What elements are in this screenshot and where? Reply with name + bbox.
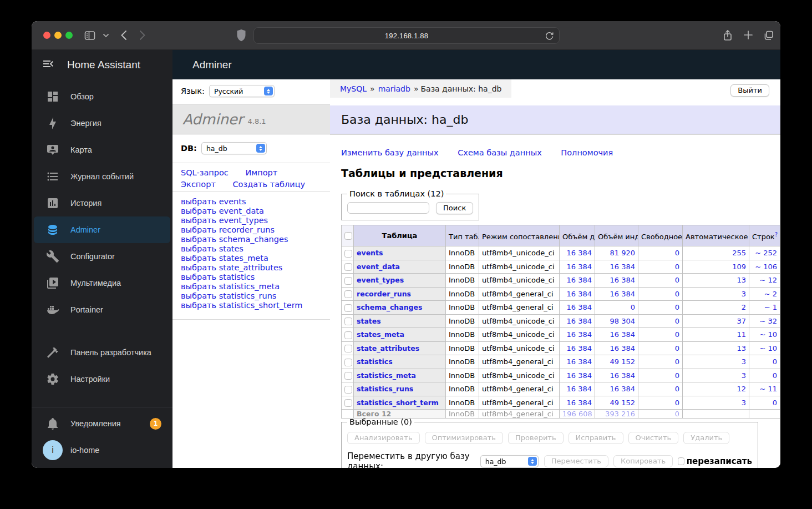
row-count-link[interactable]: ~ 10	[759, 330, 777, 339]
select-table-link[interactable]: выбрать events	[181, 197, 246, 206]
sidebar-item-user[interactable]: i io-home	[34, 437, 170, 463]
table-name-link[interactable]: event_types	[357, 276, 404, 284]
table-name-link[interactable]: recorder_runs	[357, 290, 411, 298]
data-length-link[interactable]: 16 384	[567, 330, 592, 339]
data-length-link[interactable]: 16 384	[567, 399, 592, 407]
database-schema-link[interactable]: Схема базы данных	[458, 148, 542, 157]
breadcrumb-mysql-link[interactable]: MySQL	[340, 84, 367, 93]
move-button[interactable]: Переместить	[544, 455, 608, 467]
tab-overview-icon[interactable]	[763, 29, 775, 42]
row-count-link[interactable]: 0	[773, 357, 777, 366]
import-link[interactable]: Импорт	[245, 168, 277, 177]
data-length-link[interactable]: 16 384	[567, 249, 592, 257]
truncate-button[interactable]: Очистить	[628, 432, 679, 444]
data-length-link[interactable]: 16 384	[567, 385, 592, 393]
auto-increment-link[interactable]: 37	[737, 317, 746, 325]
table-name-link[interactable]: statistics	[357, 357, 393, 366]
logout-button[interactable]: Выйти	[730, 84, 769, 97]
shield-icon[interactable]	[236, 29, 246, 42]
data-free-link[interactable]: 0	[675, 371, 679, 380]
sidebar-item-adminer[interactable]: Adminer	[34, 216, 170, 243]
index-length-link[interactable]: 16 384	[610, 263, 636, 271]
row-checkbox[interactable]	[344, 386, 352, 394]
row-count-link[interactable]: 0	[773, 371, 777, 380]
row-count-link[interactable]: ~ 252	[755, 249, 777, 257]
data-free-link[interactable]: 0	[675, 344, 679, 352]
sidebar-item-configurator[interactable]: Configurator	[34, 243, 170, 270]
table-name-link[interactable]: event_data	[357, 263, 400, 271]
table-name-link[interactable]: statistics_runs	[357, 385, 413, 393]
minimize-window-button[interactable]	[54, 32, 62, 39]
reload-icon[interactable]	[545, 31, 554, 41]
back-button[interactable]	[120, 30, 127, 41]
sidebar-item-portainer[interactable]: Portainer	[34, 296, 170, 323]
row-count-link[interactable]: ~ 10	[759, 344, 777, 352]
sidebar-item-map[interactable]: Карта	[34, 137, 170, 163]
row-checkbox[interactable]	[344, 250, 352, 258]
row-count-link[interactable]: ~ 11	[759, 385, 777, 393]
index-length-link[interactable]: 49 152	[610, 399, 636, 407]
language-select[interactable]: Русский	[209, 85, 275, 97]
adminer-logo[interactable]: Adminer	[182, 111, 243, 128]
data-length-link[interactable]: 16 384	[567, 303, 592, 311]
sidebar-item-settings[interactable]: Настройки	[34, 366, 170, 392]
data-length-link[interactable]: 16 384	[567, 371, 592, 380]
create-table-link[interactable]: Создать таблицу	[232, 180, 305, 189]
data-free-link[interactable]: 0	[675, 276, 679, 284]
data-length-link[interactable]: 16 384	[567, 344, 592, 352]
auto-increment-link[interactable]: 12	[737, 385, 746, 393]
select-table-link[interactable]: выбрать statistics	[181, 273, 255, 281]
index-length-link[interactable]: 49 152	[610, 357, 636, 366]
data-length-link[interactable]: 16 384	[567, 317, 592, 325]
data-free-link[interactable]: 0	[675, 330, 679, 339]
optimize-button[interactable]: Оптимизировать	[425, 432, 503, 444]
select-table-link[interactable]: выбрать recorder_runs	[181, 225, 275, 234]
auto-increment-link[interactable]: 2	[742, 303, 746, 311]
data-free-link[interactable]: 0	[675, 263, 679, 271]
data-free-link[interactable]: 0	[675, 385, 679, 393]
data-free-link[interactable]: 0	[675, 317, 679, 325]
sidebar-item-developer-tools[interactable]: Панель разработчика	[34, 339, 170, 366]
data-free-link[interactable]: 0	[675, 249, 679, 257]
new-tab-icon[interactable]	[743, 29, 754, 41]
analyze-button[interactable]: Анализировать	[347, 432, 420, 444]
auto-increment-link[interactable]: 3	[742, 399, 746, 407]
data-free-link[interactable]: 0	[675, 290, 679, 298]
table-name-link[interactable]: statistics_short_term	[357, 399, 439, 407]
sidebar-item-logbook[interactable]: Журнал событий	[34, 163, 170, 190]
select-table-link[interactable]: выбрать event_types	[181, 216, 268, 225]
auto-increment-link[interactable]: 3	[742, 290, 746, 298]
copy-button[interactable]: Копировать	[613, 455, 673, 467]
data-free-link[interactable]: 0	[675, 303, 679, 311]
index-length-link[interactable]: 16 384	[610, 276, 636, 284]
index-length-link[interactable]: 16 384	[610, 330, 636, 339]
auto-increment-link[interactable]: 11	[737, 330, 746, 339]
forward-button[interactable]	[139, 30, 146, 41]
table-name-link[interactable]: states_meta	[357, 330, 404, 339]
row-checkbox[interactable]	[344, 277, 352, 285]
index-length-link[interactable]: 16 384	[610, 290, 636, 298]
index-length-link[interactable]: 81 920	[610, 249, 636, 257]
sidebar-item-notifications[interactable]: Уведомления 1	[34, 410, 170, 437]
auto-increment-link[interactable]: 109	[732, 263, 746, 271]
sidebar-item-history[interactable]: История	[34, 190, 170, 216]
row-count-link[interactable]: ~ 1	[764, 303, 777, 311]
check-button[interactable]: Проверить	[508, 432, 564, 444]
share-icon[interactable]	[722, 29, 733, 42]
row-count-link[interactable]: ~ 12	[759, 276, 777, 284]
row-checkbox[interactable]	[344, 399, 352, 407]
select-table-link[interactable]: выбрать statistics_meta	[181, 282, 280, 291]
search-button[interactable]: Поиск	[436, 202, 473, 214]
auto-increment-link[interactable]: 3	[742, 371, 746, 380]
chevron-down-icon[interactable]	[103, 33, 109, 38]
table-name-link[interactable]: states	[357, 317, 381, 325]
auto-increment-link[interactable]: 13	[737, 276, 746, 284]
auto-increment-link[interactable]: 255	[732, 249, 746, 257]
select-table-link[interactable]: выбрать statistics_runs	[181, 291, 276, 300]
row-checkbox[interactable]	[344, 318, 352, 325]
data-length-link[interactable]: 16 384	[567, 263, 592, 271]
row-count-link[interactable]: ~ 2	[764, 290, 777, 298]
auto-increment-link[interactable]: 13	[737, 344, 746, 352]
row-checkbox[interactable]	[344, 290, 352, 298]
table-name-link[interactable]: schema_changes	[357, 303, 422, 311]
